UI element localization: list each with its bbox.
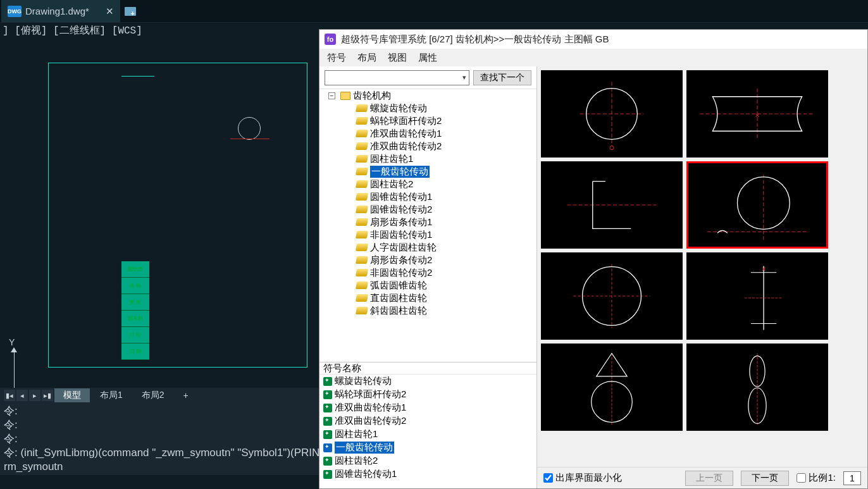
block-icon	[356, 142, 368, 150]
symbol-icon	[323, 417, 332, 426]
minimize-checkbox[interactable]: 出库界面最小化	[543, 472, 622, 484]
symbol-library-dialog: fo 超级符号库管理系统 [6/27] 齿轮机构>>一般齿轮传动 主图幅 GB …	[319, 29, 868, 489]
file-tabstrip: DWG Drawing1.dwg* ✕	[0, 0, 868, 23]
thumbnail-footer: 出库界面最小化 上一页 下一页 比例1:	[537, 467, 867, 488]
thumbnail-grid: ✕ ✕	[537, 66, 867, 467]
file-tab-label: Drawing1.dwg*	[25, 6, 89, 16]
tree-item[interactable]: 圆柱齿轮2	[319, 178, 536, 190]
prev-page-button[interactable]: 上一页	[685, 471, 733, 486]
list-item[interactable]: 蜗轮球面杆传动2	[319, 388, 536, 401]
thumbnail[interactable]	[541, 252, 683, 340]
menu-layout[interactable]: 布局	[357, 52, 376, 64]
last-layout-icon[interactable]: ▸▮	[42, 390, 53, 401]
category-tree[interactable]: − 齿轮机构 螺旋齿轮传动 蜗轮球面杆传动2 准双曲齿轮传动1 准双曲齿轮传动2…	[319, 89, 536, 362]
tree-item[interactable]: 准双曲齿轮传动1	[319, 127, 536, 140]
symbol-list[interactable]: 螺旋齿轮传动 蜗轮球面杆传动2 准双曲齿轮传动1 准双曲齿轮传动2 圆柱齿轮1 …	[319, 374, 536, 488]
list-item[interactable]: 圆柱齿轮1	[319, 428, 536, 441]
dwg-icon: DWG	[8, 6, 22, 17]
thumbnail[interactable]	[541, 344, 683, 431]
tree-item[interactable]: 非圆齿轮传动1	[319, 228, 536, 241]
tree-item[interactable]: 圆锥齿轮传动1	[319, 190, 536, 203]
svg-point-3	[610, 145, 614, 149]
symbol-icon	[323, 443, 332, 452]
symbol-icon	[323, 404, 332, 412]
block-icon	[356, 269, 368, 276]
list-item[interactable]: 螺旋齿轮传动	[319, 374, 536, 388]
block-icon	[356, 117, 368, 125]
thumbnail[interactable]: ✕	[686, 252, 828, 340]
ratio-checkbox[interactable]: 比例1:	[797, 472, 836, 484]
symbol-icon	[323, 470, 332, 479]
tree-item[interactable]: 扇形齿条传动1	[319, 216, 536, 228]
list-item-selected[interactable]: 一般齿轮传动	[319, 441, 536, 454]
menu-properties[interactable]: 属性	[418, 52, 437, 64]
first-layout-icon[interactable]: ▮◂	[4, 390, 15, 401]
plus-icon	[125, 7, 136, 16]
checkbox-input[interactable]	[797, 473, 806, 483]
tree-item[interactable]: 直齿圆柱齿轮	[319, 292, 536, 304]
close-icon[interactable]: ✕	[106, 6, 114, 17]
tab-layout1[interactable]: 布局1	[91, 388, 132, 402]
thumbnail[interactable]	[541, 70, 683, 158]
tree-root[interactable]: − 齿轮机构	[319, 89, 536, 102]
find-next-button[interactable]: 查找下一个	[473, 70, 531, 85]
collapse-icon[interactable]: −	[328, 92, 335, 99]
block-icon	[356, 307, 368, 314]
tree-item[interactable]: 人字齿圆柱齿轮	[319, 241, 536, 254]
list-item[interactable]: 圆锥齿轮传动1	[319, 467, 536, 481]
tree-item[interactable]: 非圆齿轮传动2	[319, 266, 536, 279]
block-icon	[356, 294, 368, 302]
thumbnail-pane: ✕ ✕ 出库界面最小化 上一页 下一页 比例1:	[537, 66, 867, 488]
next-layout-icon[interactable]: ▸	[29, 390, 40, 401]
tree-item[interactable]: 斜齿圆柱齿轮	[319, 304, 536, 317]
next-page-button[interactable]: 下一页	[741, 471, 789, 486]
menu-view[interactable]: 视图	[388, 52, 407, 64]
block-icon	[356, 155, 368, 163]
dialog-title: 超级符号库管理系统 [6/27] 齿轮机构>>一般齿轮传动 主图幅 GB	[341, 34, 609, 46]
block-icon	[356, 104, 368, 112]
block-icon	[356, 218, 368, 226]
tree-item[interactable]: 圆锥齿轮传动2	[319, 203, 536, 216]
tree-item[interactable]: 圆柱齿轮1	[319, 152, 536, 165]
tree-item-selected[interactable]: 一般齿轮传动	[319, 165, 536, 178]
tab-model[interactable]: 模型	[54, 388, 90, 402]
tree-item[interactable]: 准双曲齿轮传动2	[319, 140, 536, 152]
thumbnail[interactable]: ✕	[686, 70, 828, 158]
dialog-titlebar[interactable]: fo 超级符号库管理系统 [6/27] 齿轮机构>>一般齿轮传动 主图幅 GB	[319, 30, 867, 49]
symbol-list-header: 符号名称	[319, 362, 536, 374]
inserted-symbol	[238, 117, 270, 139]
block-icon	[356, 282, 368, 289]
search-input[interactable]: ▾	[325, 70, 469, 85]
list-item[interactable]: 圆柱齿轮2	[319, 454, 536, 467]
thumbnail[interactable]	[686, 344, 828, 431]
add-layout-button[interactable]: +	[175, 389, 197, 402]
thumbnail-selected[interactable]	[686, 161, 828, 249]
file-tab[interactable]: DWG Drawing1.dwg* ✕	[1, 0, 121, 22]
block-icon	[356, 193, 368, 201]
new-tab-button[interactable]	[121, 0, 140, 22]
svg-text:✕: ✕	[761, 266, 766, 273]
y-axis-label: Y	[9, 337, 15, 347]
symbol-icon	[323, 390, 332, 399]
prev-layout-icon[interactable]: ◂	[16, 390, 28, 401]
tree-item[interactable]: 扇形齿条传动2	[319, 254, 536, 266]
tab-layout2[interactable]: 布局2	[133, 388, 173, 402]
app-icon: fo	[325, 34, 336, 45]
left-pane: ▾ 查找下一个 − 齿轮机构 螺旋齿轮传动 蜗轮球面杆传动2 准双曲齿轮传动1 …	[319, 66, 537, 488]
thumbnail[interactable]	[541, 161, 683, 249]
menu-symbol[interactable]: 符号	[327, 52, 346, 64]
list-item[interactable]: 准双曲齿轮传动2	[319, 414, 536, 428]
tree-item[interactable]: 弧齿圆锥齿轮	[319, 279, 536, 292]
list-item[interactable]: 准双曲齿轮传动1	[319, 401, 536, 414]
block-icon	[356, 231, 368, 238]
ratio-input[interactable]	[843, 471, 861, 485]
drawing-frame	[48, 63, 307, 368]
checkbox-input[interactable]	[543, 473, 553, 483]
symbol-icon	[323, 430, 332, 439]
block-icon	[356, 130, 368, 137]
tree-item[interactable]: 蜗轮球面杆传动2	[319, 115, 536, 127]
block-icon	[356, 168, 368, 175]
tree-item[interactable]: 螺旋齿轮传动	[319, 102, 536, 115]
folder-icon	[340, 92, 350, 100]
block-icon	[356, 256, 368, 264]
